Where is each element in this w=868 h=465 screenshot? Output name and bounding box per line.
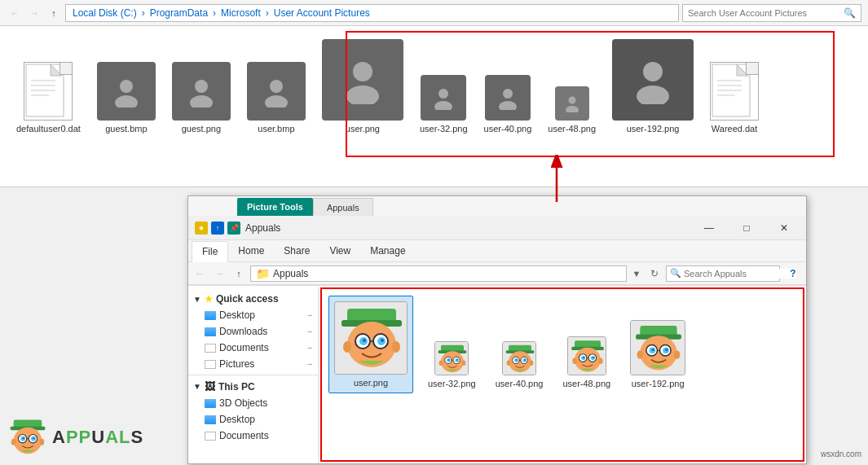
svg-point-14 xyxy=(438,89,448,99)
fg-up-button[interactable]: ↑ xyxy=(231,265,247,282)
ribbon: File Home Share View Manage xyxy=(188,240,806,262)
svg-point-39 xyxy=(381,339,384,342)
chevron-pc-icon: ▼ xyxy=(193,382,201,391)
maximize-button[interactable]: □ xyxy=(728,216,765,240)
fg-path[interactable]: 📁 Appuals xyxy=(250,265,627,282)
ribbon-tab-share[interactable]: Share xyxy=(274,240,319,261)
svg-point-59 xyxy=(509,351,531,372)
user-icon-user-192 xyxy=(612,39,694,121)
file-item-user-32[interactable]: user-32.png xyxy=(420,75,468,134)
file-label-wareed: Wareed.dat xyxy=(712,124,757,134)
svg-point-91 xyxy=(665,349,668,351)
bg-content-area: defaultuser0.dat guest.bmp guest.png xyxy=(0,26,868,147)
sidebar-divider xyxy=(188,375,318,375)
folder-icon-sm: 📁 xyxy=(256,267,270,280)
file-item-user-40[interactable]: user-40.png xyxy=(484,75,532,134)
ribbon-tab-manage[interactable]: Manage xyxy=(360,240,415,261)
path-programdata[interactable]: ProgramData xyxy=(150,7,208,19)
title-label: Appuals xyxy=(245,222,280,234)
sidebar-item-downloads[interactable]: Downloads → xyxy=(188,323,318,340)
sidebar-pictures-label: Pictures xyxy=(219,358,254,370)
fg-file-user-40[interactable]: user-40.png xyxy=(491,336,549,393)
fg-file-label-user-48: user-48.png xyxy=(562,379,610,388)
chevron-right-icon: ▼ xyxy=(193,295,201,304)
pin-icon[interactable]: 📌 xyxy=(227,222,240,235)
bg-up-button[interactable]: ↑ xyxy=(46,5,62,21)
tab-appuals[interactable]: Appuals xyxy=(313,198,373,216)
fg-file-user-192[interactable]: user-192.png xyxy=(625,315,690,393)
file-item-user-bmp[interactable]: user.bmp xyxy=(247,62,306,134)
appuals-file-grid: user.png xyxy=(325,292,800,397)
fg-file-user-png[interactable]: user.png xyxy=(328,296,413,393)
bg-back-button[interactable]: ← xyxy=(7,5,23,21)
close-button[interactable]: ✕ xyxy=(765,216,803,240)
bg-search-input[interactable] xyxy=(688,8,844,18)
bg-search-box[interactable]: 🔍 xyxy=(682,4,861,22)
file-item-user-png[interactable]: user.png xyxy=(322,39,403,134)
sidebar-this-pc-header[interactable]: ▼ 🖼 This PC xyxy=(188,378,318,395)
appuals-thumb-192 xyxy=(630,320,685,375)
user-icon-user-bmp xyxy=(247,62,306,121)
svg-point-41 xyxy=(343,341,351,353)
fg-forward-button[interactable]: → xyxy=(211,265,227,282)
file-item-guest-bmp[interactable]: guest.bmp xyxy=(97,62,156,134)
minimize-button[interactable]: — xyxy=(690,216,728,240)
file-label-user-192: user-192.png xyxy=(627,124,680,134)
sidebar-quick-access-header[interactable]: ▼ ★ Quick access xyxy=(188,291,318,307)
svg-point-80 xyxy=(572,358,576,364)
svg-point-104 xyxy=(33,437,34,439)
sidebar-item-desktop-pc[interactable]: Desktop xyxy=(188,411,318,428)
file-item-wareed[interactable]: Wareed.dat xyxy=(710,62,759,134)
svg-point-72 xyxy=(575,348,601,372)
svg-point-6 xyxy=(120,80,133,93)
user-icon-guest-bmp xyxy=(97,62,156,121)
fg-back-button[interactable]: ← xyxy=(192,265,208,282)
file-item-user-192[interactable]: user-192.png xyxy=(612,39,694,134)
path-user-account-pictures[interactable]: User Account Pictures xyxy=(274,7,370,19)
help-button[interactable]: ? xyxy=(783,265,803,282)
fg-file-label-user-40: user-40.png xyxy=(496,379,544,388)
fg-file-user-48[interactable]: user-48.png xyxy=(557,331,615,393)
fg-search-input[interactable] xyxy=(684,269,796,279)
ribbon-tab-view[interactable]: View xyxy=(319,240,360,261)
file-item-guest-png[interactable]: guest.png xyxy=(172,62,231,134)
sidebar-item-documents-pc[interactable]: Documents xyxy=(188,428,318,444)
user-icon-user-40 xyxy=(485,75,531,121)
file-item-user-48[interactable]: user-48.png xyxy=(548,86,596,134)
svg-point-19 xyxy=(566,106,579,112)
fg-search-box[interactable]: 🔍 xyxy=(666,265,780,282)
fg-explorer-window: Picture Tools Appuals ★ ↑ 📌 Appuals — □ … xyxy=(187,195,807,464)
bg-forward-button[interactable]: → xyxy=(26,5,42,21)
bg-address-path[interactable]: Local Disk (C:) › ProgramData › Microsof… xyxy=(65,4,679,22)
sidebar-documents-label: Documents xyxy=(219,342,269,353)
sidebar-item-desktop[interactable]: Desktop → xyxy=(188,307,318,323)
folder-up-icon[interactable]: ↑ xyxy=(211,222,224,235)
pin-indicator: → xyxy=(306,311,313,319)
ribbon-tab-file[interactable]: File xyxy=(192,241,228,262)
path-label: Appuals xyxy=(273,268,308,279)
path-microsoft[interactable]: Microsoft xyxy=(221,7,261,19)
pin-indicator-4: → xyxy=(306,360,313,368)
doc-icon xyxy=(24,62,73,121)
svg-point-93 xyxy=(637,350,644,359)
svg-point-21 xyxy=(637,86,669,104)
dropdown-btn[interactable]: ▼ xyxy=(630,265,643,282)
path-local-disk[interactable]: Local Disk (C:) xyxy=(73,7,137,19)
doc-icon-wareed xyxy=(710,62,759,121)
tab-row: Picture Tools Appuals xyxy=(188,196,806,216)
file-item-defaultuser0[interactable]: defaultuser0.dat xyxy=(16,62,81,134)
sidebar-item-documents[interactable]: Documents → xyxy=(188,340,318,356)
svg-point-20 xyxy=(643,62,663,81)
fg-file-user-32[interactable]: user-32.png xyxy=(423,336,481,393)
svg-point-106 xyxy=(11,439,16,445)
svg-point-38 xyxy=(363,339,366,342)
svg-point-18 xyxy=(568,97,575,104)
fg-address-bar: ← → ↑ 📁 Appuals ▼ ↻ 🔍 ? xyxy=(188,262,806,285)
file-label-user-bmp: user.bmp xyxy=(258,124,294,134)
sidebar-item-pictures[interactable]: Pictures → xyxy=(188,356,318,372)
sidebar-item-3d-objects[interactable]: 3D Objects xyxy=(188,395,318,411)
documents-pc-label: Documents xyxy=(219,430,269,441)
ribbon-tab-home[interactable]: Home xyxy=(228,240,274,261)
tab-picture-tools[interactable]: Picture Tools xyxy=(237,198,313,216)
refresh-btn[interactable]: ↻ xyxy=(646,265,663,282)
